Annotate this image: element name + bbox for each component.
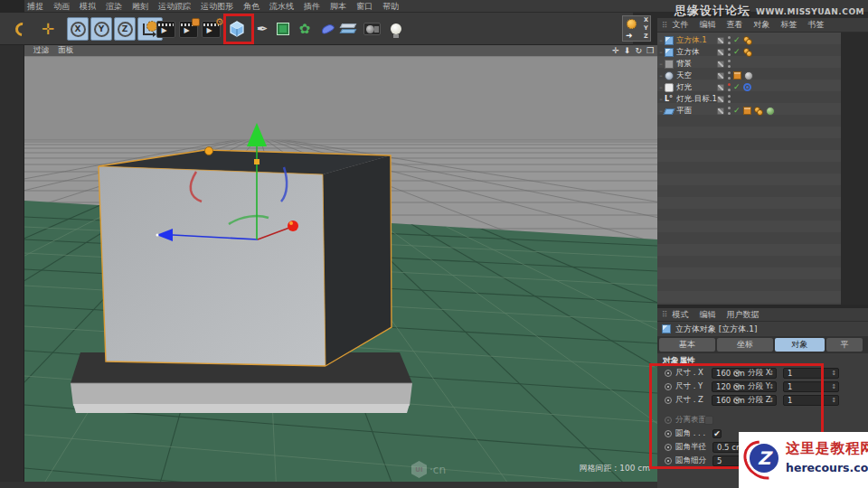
bend-deformer-icon[interactable] (316, 17, 338, 41)
panel-grip-icon[interactable]: ⠿ (662, 21, 667, 30)
modeling-axis-icon[interactable]: XYZ ➜ (622, 15, 651, 42)
rotate-icon[interactable]: ↻ (635, 47, 642, 55)
layer-tag-icon[interactable] (717, 49, 724, 56)
enabled-check-icon[interactable]: ✓ (733, 83, 741, 91)
visibility-dots-icon[interactable] (727, 36, 731, 44)
tab-object[interactable]: 对象 (775, 338, 825, 352)
menu-plugins[interactable]: 插件 (304, 1, 330, 13)
sky-object-icon (665, 71, 674, 80)
pan-icon[interactable]: ✛ (612, 47, 619, 55)
grid-spacing-status: 网格间距 : 100 cm (579, 463, 650, 474)
om-menu-bookmarks[interactable]: 书签 (808, 19, 825, 31)
menu-pipeline[interactable]: 流水线 (269, 1, 304, 13)
dolly-icon[interactable]: ⬇ (624, 47, 631, 55)
cube-object[interactable] (99, 150, 392, 366)
light-icon[interactable] (385, 17, 407, 41)
phong-tag-icon[interactable] (754, 107, 763, 116)
enabled-check-icon[interactable]: ✓ (733, 36, 741, 44)
lock-y-axis-button[interactable]: Y (90, 17, 112, 41)
layer-tag-icon[interactable] (717, 96, 724, 103)
phong-tag-icon[interactable] (743, 48, 752, 57)
visibility-dots-icon[interactable] (727, 95, 731, 103)
render-picture-viewer-icon[interactable] (177, 17, 199, 41)
om-menu-tags[interactable]: 标签 (781, 19, 797, 31)
enabled-check-icon[interactable]: ✓ (733, 48, 741, 56)
viewport[interactable]: 过滤 面板 ✛ ⬇ ↻ ❒ (24, 45, 657, 482)
watermark-bottom-right: Z 这里是教程网 herecours.com (739, 432, 868, 488)
object-row-cube[interactable]: – 立方体 ✓ (657, 46, 841, 58)
om-menu-view[interactable]: 查看 (727, 19, 743, 31)
target-tag-icon[interactable] (743, 83, 751, 91)
tab-basic[interactable]: 基本 (659, 338, 715, 352)
render-settings-icon[interactable]: ⚙ (200, 17, 222, 41)
menu-motion-tracker[interactable]: 运动跟踪 (158, 1, 201, 13)
panel-grip-icon[interactable]: ⠿ (662, 310, 667, 319)
visibility-dots-icon[interactable] (727, 48, 731, 56)
am-menu-edit[interactable]: 编辑 (700, 309, 716, 321)
subdivision-surface-icon[interactable] (272, 17, 294, 41)
menu-sculpt[interactable]: 雕刻 (132, 1, 158, 13)
visibility-dots-icon[interactable] (727, 60, 731, 68)
move-icon[interactable]: ✛ (37, 17, 59, 41)
viewport-menu-bar: 过滤 面板 ✛ ⬇ ↻ ❒ (24, 45, 657, 57)
tab-phong[interactable]: 平 (826, 338, 863, 352)
undo-icon[interactable] (11, 17, 33, 41)
menu-mograph[interactable]: 运动图形 (201, 1, 243, 13)
maximize-icon[interactable]: ❒ (646, 47, 654, 55)
layer-tag-icon[interactable] (717, 108, 724, 115)
scale-handle[interactable] (254, 159, 259, 164)
compositing-tag-icon[interactable] (733, 71, 741, 80)
camera-icon[interactable] (361, 17, 382, 41)
spinner-icon[interactable]: ↕ (831, 383, 836, 390)
lock-x-axis-button[interactable]: X (67, 17, 89, 41)
tab-coordinates[interactable]: 坐标 (717, 338, 773, 352)
viewport-menu-filter[interactable]: 过滤 (33, 45, 49, 56)
axis-letters: XYZ (644, 16, 648, 40)
menu-render[interactable]: 渲染 (106, 1, 132, 13)
attribute-manager-menu: ⠿ 模式 编辑 用户数据 (657, 308, 868, 322)
layer-tag-icon[interactable] (717, 84, 724, 91)
menu-snap[interactable]: 捕捉 (27, 1, 53, 13)
edge-point-handle[interactable] (205, 147, 213, 155)
menu-animate[interactable]: 动画 (53, 1, 80, 13)
object-row-plane[interactable]: – 平面 ✓ (657, 105, 841, 117)
object-row-cube1[interactable]: – 立方体.1 ✓ (657, 34, 841, 46)
menu-simulate[interactable]: 模拟 (80, 1, 106, 13)
menu-window[interactable]: 窗口 (356, 1, 382, 13)
phong-tag-icon[interactable] (743, 36, 752, 45)
viewport-canvas[interactable] (24, 45, 657, 482)
visibility-dots-icon[interactable] (727, 107, 731, 115)
menu-character[interactable]: 角色 (243, 1, 269, 13)
object-row-light[interactable]: – 灯光 ✓ (657, 81, 841, 93)
om-menu-edit[interactable]: 编辑 (700, 19, 716, 31)
om-menu-file[interactable]: 文件 (673, 19, 689, 31)
material-tag-icon[interactable] (744, 71, 753, 80)
axis-ball-glyph (627, 19, 637, 29)
menu-help[interactable]: 帮助 (382, 1, 409, 13)
visibility-dots-icon[interactable] (727, 71, 731, 80)
object-row-background[interactable]: – 背景 (657, 58, 841, 70)
pen-spline-icon[interactable]: ✒ (251, 17, 273, 41)
menu-script[interactable]: 脚本 (330, 1, 356, 13)
app-icon (0, 0, 24, 13)
viewport-menu-panel[interactable]: 面板 (58, 45, 73, 56)
visibility-dots-icon[interactable] (727, 83, 731, 91)
enabled-check-icon[interactable]: ✓ (733, 107, 741, 115)
layer-tag-icon[interactable] (717, 72, 724, 80)
am-menu-userdata[interactable]: 用户数据 (727, 309, 760, 321)
om-menu-objects[interactable]: 对象 (754, 19, 770, 31)
material-tag-icon[interactable] (766, 107, 775, 116)
layer-tag-icon[interactable] (717, 61, 724, 68)
render-view-icon[interactable] (155, 17, 176, 41)
lock-z-axis-button[interactable]: Z (114, 17, 136, 41)
object-row-light-target[interactable]: –L° 灯光.目标.1 (657, 93, 841, 105)
layer-tag-icon[interactable] (717, 37, 724, 44)
spinner-icon[interactable]: ↕ (831, 397, 836, 404)
floor-environment-icon[interactable] (338, 17, 360, 41)
left-mode-toolbar (0, 45, 24, 488)
object-row-sky[interactable]: – 天空 (657, 70, 841, 81)
am-menu-mode[interactable]: 模式 (673, 309, 689, 321)
compositing-tag-icon[interactable] (743, 107, 751, 115)
spinner-icon[interactable]: ↕ (831, 370, 836, 377)
array-icon[interactable]: ✿ (294, 17, 316, 41)
